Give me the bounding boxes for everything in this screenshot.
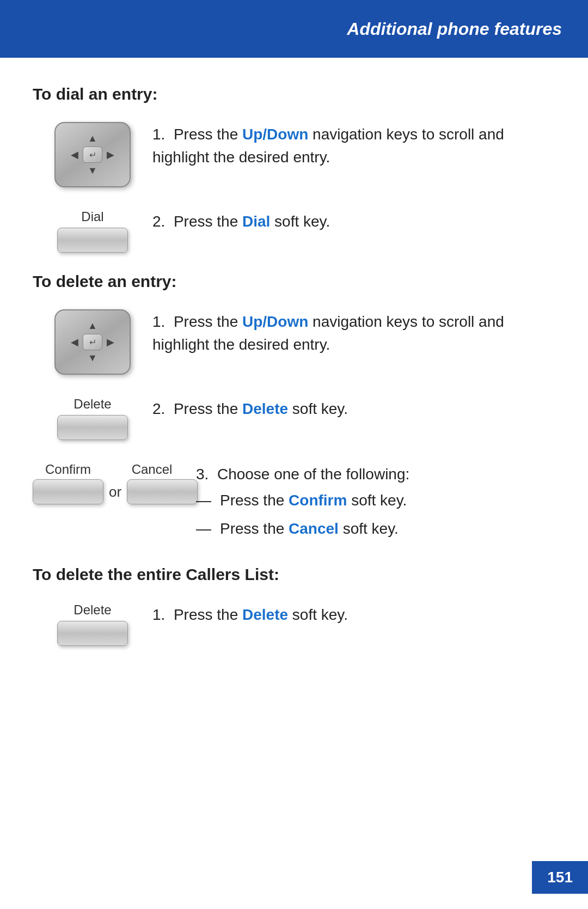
page-title: Additional phone features [347,19,562,39]
nav-key-icon: ▲ ◀ ↵ ▶ ▼ [54,122,131,187]
sub-step-confirm-text: Press the Confirm soft key. [220,489,407,512]
delete-step-1-text: 1. Press the Up/Down navigation keys to … [152,307,555,356]
arrow-left-icon: ◀ [71,149,78,161]
confirm-cancel-labels: Confirm Cancel [33,462,187,477]
cancel-soft-key-button [127,479,198,504]
dash-icon-2: — [196,517,211,540]
confirm-cancel-buttons: or [33,479,198,504]
confirm-blue: Confirm [289,492,347,509]
cancel-blue: Cancel [289,520,339,537]
delete-step-1-row: ▲ ◀ ↵ ▶ ▼ 1. Press the Up/Down navigatio… [33,307,555,375]
step-number: 1. [152,606,174,623]
arrow-down-icon: ▼ [88,165,97,176]
delete-soft-key-button [57,415,128,440]
delete-step-3-text: 3. Choose one of the following: — Press … [196,460,555,546]
delete-step-2-image: Delete [33,394,152,440]
confirm-soft-key-button [33,479,103,504]
dial-soft-key-button [57,228,128,253]
delete-key-label: Delete [74,396,111,412]
updown-key-label-2: Up/Down [242,313,308,330]
callers-delete-blue: Delete [242,606,288,623]
delete-step-1-image: ▲ ◀ ↵ ▶ ▼ [33,307,152,375]
delete-key-blue: Delete [242,400,288,417]
sub-step-cancel: — Press the Cancel soft key. [196,517,555,540]
section-delete-entry: To delete an entry: ▲ ◀ ↵ ▶ ▼ 1. Press t… [33,272,555,546]
arrow-up-icon: ▲ [88,133,97,144]
delete-step-3-row: Confirm Cancel or 3. Choose one of the f… [33,460,555,546]
confirm-label: Confirm [33,462,103,477]
dial-step-2-row: Dial 2. Press the Dial soft key. [33,207,555,253]
main-content: To dial an entry: ▲ ◀ ↵ ▶ ▼ 1. Press the… [0,58,588,698]
arrow-right-icon-2: ▶ [107,336,114,348]
sub-step-cancel-text: Press the Cancel soft key. [220,517,399,540]
confirm-cancel-block: Confirm Cancel or [33,462,198,504]
center-button-2: ↵ [83,334,102,350]
section-heading-dial: To dial an entry: [33,85,555,103]
callers-step-1-row: Delete 1. Press the Delete soft key. [33,600,555,646]
page-number-text: 151 [547,869,573,886]
callers-step-1-image: Delete [33,600,152,646]
arrow-right-icon: ▶ [107,149,114,161]
arrow-down-icon-2: ▼ [88,352,97,364]
nav-middle-row: ◀ ↵ ▶ [71,147,114,163]
dial-step-1-text: 1. Press the Up/Down navigation keys to … [152,120,555,169]
arrow-left-icon-2: ◀ [71,336,78,348]
step-number: 2. [152,400,174,417]
step-number: 1. [152,313,174,330]
arrow-up-icon-2: ▲ [88,320,97,332]
nav-key-icon-2: ▲ ◀ ↵ ▶ ▼ [54,309,131,375]
callers-step-1-text: 1. Press the Delete soft key. [152,600,555,626]
dial-key-blue: Dial [242,213,270,230]
section-dial-entry: To dial an entry: ▲ ◀ ↵ ▶ ▼ 1. Press the… [33,85,555,253]
header-bar: Additional phone features [0,0,588,58]
center-button: ↵ [83,147,102,163]
dial-step-2-text: 2. Press the Dial soft key. [152,207,555,233]
dial-step-1-row: ▲ ◀ ↵ ▶ ▼ 1. Press the Up/Down navigatio… [33,120,555,187]
dash-icon: — [196,489,211,512]
or-text: or [106,484,125,501]
cancel-label: Cancel [117,462,187,477]
sub-steps-list: — Press the Confirm soft key. — Press th… [196,489,555,540]
sub-step-confirm: — Press the Confirm soft key. [196,489,555,512]
step-number: 1. [152,126,174,143]
delete-step-2-row: Delete 2. Press the Delete soft key. [33,394,555,440]
section-delete-callers: To delete the entire Callers List: Delet… [33,565,555,646]
callers-delete-label: Delete [74,602,111,618]
delete-step-3-image: Confirm Cancel or [33,460,196,504]
callers-delete-soft-key-button [57,621,128,646]
step-number: 2. [152,213,174,230]
section-heading-delete: To delete an entry: [33,272,555,291]
updown-key-label: Up/Down [242,126,308,143]
section-heading-callers: To delete the entire Callers List: [33,565,555,584]
page-number: 151 [532,861,588,894]
dial-step-2-image: Dial [33,207,152,253]
dial-step-1-image: ▲ ◀ ↵ ▶ ▼ [33,120,152,187]
dial-key-label: Dial [81,209,103,224]
nav-middle-row-2: ◀ ↵ ▶ [71,334,114,350]
step-number: 3. [196,466,217,483]
delete-step-2-text: 2. Press the Delete soft key. [152,394,555,420]
